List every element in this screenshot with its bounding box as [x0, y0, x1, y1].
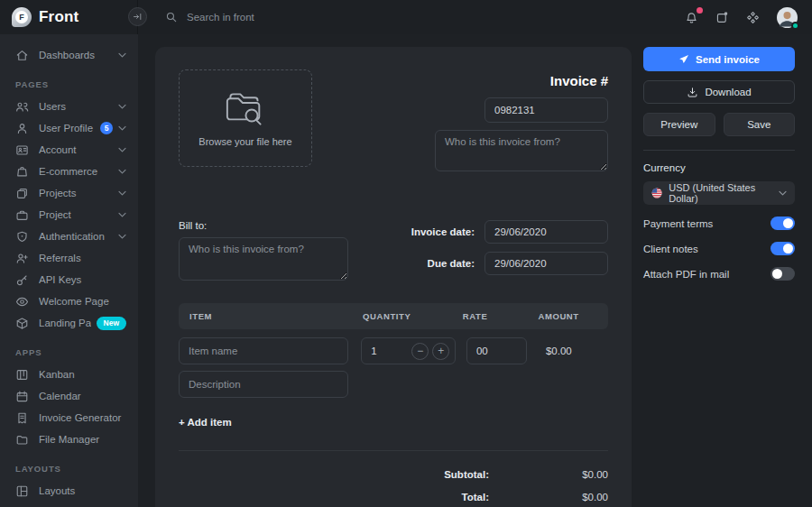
brand-logo[interactable]: F Front [0, 7, 138, 27]
id-card-icon [15, 143, 29, 157]
invoice-number-title: Invoice # [550, 73, 608, 89]
column-header-quantity: QUANTITY [363, 311, 463, 321]
sidebar-item-projects[interactable]: Projects [0, 182, 138, 204]
subtotal-label: Subtotal: [444, 469, 489, 480]
logo-letter: F [15, 11, 28, 23]
sidebar-item-label: Layouts [39, 485, 126, 496]
column-header-rate: RATE [463, 311, 539, 321]
invoice-number-input[interactable] [484, 97, 608, 123]
due-date-input[interactable] [484, 252, 608, 275]
preview-button[interactable]: Preview [643, 113, 715, 136]
client-notes-toggle[interactable] [770, 242, 795, 255]
notifications-button[interactable] [685, 11, 698, 24]
search-input[interactable] [187, 12, 367, 23]
payment-terms-toggle[interactable] [770, 217, 795, 230]
description-input[interactable] [179, 371, 348, 398]
chevron-down-icon [779, 190, 787, 196]
sidebar-item-label: Invoice Generator [39, 412, 126, 423]
sidebar-item-layouts[interactable]: Layouts [0, 480, 138, 502]
sidebar-item-calendar[interactable]: Calendar [0, 385, 138, 407]
sidebar-item-ecommerce[interactable]: E-commerce [0, 161, 138, 182]
invoice-date-input[interactable] [484, 220, 608, 244]
apps-launcher-button[interactable] [715, 11, 729, 24]
sidebar-item-landing-page[interactable]: Landing Page New [0, 312, 138, 334]
payment-terms-row: Payment terms [643, 217, 795, 230]
shield-icon [15, 230, 29, 244]
sidebar-item-account[interactable]: Account [0, 139, 138, 161]
paper-plane-icon [678, 54, 689, 65]
bell-icon [685, 11, 698, 24]
sidebar-item-api-keys[interactable]: API Keys [0, 269, 138, 290]
sidebar-item-label: Project [39, 209, 118, 220]
search-icon [165, 11, 178, 23]
send-invoice-button[interactable]: Send invoice [643, 47, 795, 71]
currency-select[interactable]: USD (United States Dollar) [643, 181, 795, 205]
sidebar-item-kanban[interactable]: Kanban [0, 364, 138, 385]
download-button[interactable]: Download [643, 80, 795, 104]
quantity-input[interactable] [364, 346, 408, 356]
sidebar-item-users[interactable]: Users [0, 96, 138, 117]
currency-value: USD (United States Dollar) [669, 182, 772, 204]
sidebar-item-welcome-page[interactable]: Welcome Page [0, 290, 138, 312]
download-label: Download [705, 87, 751, 97]
sidebar-item-label: Users [39, 101, 118, 112]
apps-icon [715, 11, 729, 24]
sidebar-item-label: Welcome Page [39, 296, 126, 307]
toggle-knob [783, 218, 793, 228]
sidebar-item-project[interactable]: Project [0, 204, 138, 226]
account-menu-button[interactable] [777, 7, 798, 28]
sidebar: Dashboards PAGES Users User Profile 5 Ac… [0, 34, 138, 507]
due-date-label: Due date: [428, 258, 475, 269]
style-switcher-button[interactable] [746, 11, 760, 24]
users-icon [15, 100, 29, 114]
panel-divider [643, 150, 795, 151]
currency-label: Currency [643, 162, 795, 173]
sidebar-item-label: Projects [39, 188, 118, 198]
payment-terms-label: Payment terms [643, 218, 713, 229]
sidebar-item-user-profile[interactable]: User Profile 5 [0, 117, 138, 139]
chevron-down-icon [118, 104, 126, 109]
column-header-amount: AMOUNT [538, 311, 597, 321]
plus-button[interactable]: + [432, 343, 449, 360]
sidebar-item-label: API Keys [39, 274, 126, 285]
minus-button[interactable]: − [411, 343, 429, 360]
invoice-card: Browse your file here Invoice # Bill to:… [155, 47, 632, 507]
file-dropzone[interactable]: Browse your file here [179, 69, 312, 167]
sidebar-item-file-manager[interactable]: File Manager [0, 429, 138, 450]
sidebar-collapse-button[interactable] [128, 7, 147, 26]
sidebar-section-layouts: LAYOUTS [0, 450, 138, 480]
toggle-knob [772, 269, 782, 279]
bill-to-label: Bill to: [179, 220, 348, 231]
chevron-down-icon [118, 125, 126, 131]
sidebar-item-label: File Manager [39, 434, 126, 445]
sidebar-item-referrals[interactable]: Referrals [0, 247, 138, 269]
sidebar-item-label: Referrals [39, 253, 126, 263]
subtotal-value: $0.00 [489, 469, 608, 480]
add-item-button[interactable]: + Add item [179, 417, 232, 428]
online-status-dot [791, 22, 799, 30]
kanban-icon [15, 368, 29, 382]
calendar-icon [15, 390, 29, 403]
sidebar-item-invoice-generator[interactable]: Invoice Generator [0, 407, 138, 429]
total-value: $0.00 [489, 492, 608, 502]
attach-pdf-toggle[interactable] [770, 267, 795, 281]
us-flag-icon [651, 187, 662, 199]
sidebar-item-label: Dashboards [39, 50, 118, 60]
client-notes-row: Client notes [643, 242, 795, 255]
item-row: − + $0.00 [179, 337, 608, 364]
sidebar-item-dashboards[interactable]: Dashboards [0, 44, 138, 66]
item-name-input[interactable] [179, 337, 348, 364]
chevron-down-icon [118, 169, 126, 174]
sidebar-item-authentication[interactable]: Authentication [0, 226, 138, 247]
save-button[interactable]: Save [724, 113, 796, 136]
download-icon [687, 87, 698, 98]
rate-input[interactable] [466, 337, 527, 364]
new-badge: New [97, 317, 126, 330]
main-content: Browse your file here Invoice # Bill to:… [138, 34, 812, 507]
briefcase-icon [15, 208, 29, 222]
items-table-header: ITEM QUANTITY RATE AMOUNT [179, 303, 608, 329]
topbar-actions [685, 7, 812, 28]
bill-to-textarea[interactable] [179, 237, 348, 281]
eye-icon [15, 295, 29, 309]
invoice-from-textarea[interactable] [435, 130, 608, 171]
